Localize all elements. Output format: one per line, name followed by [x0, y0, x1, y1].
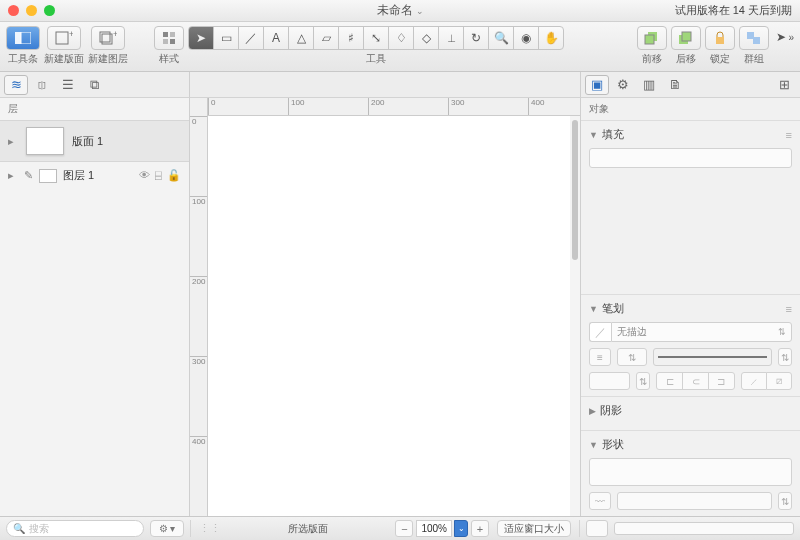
zoom-controls: − 100% ⌄ + [395, 520, 489, 537]
tool-zoom[interactable]: 🔍 [488, 26, 514, 50]
bezier-icon[interactable]: 〰 [589, 492, 611, 510]
stroke-dash-field[interactable] [589, 372, 630, 390]
bring-forward-button[interactable] [637, 26, 667, 50]
object-header: 对象 [581, 98, 800, 120]
pencil-icon[interactable]: ✎ [24, 169, 33, 182]
shape-stepper[interactable]: ⇅ [778, 492, 792, 510]
cap-square[interactable]: ⊐ [708, 372, 735, 390]
triangle-down-icon[interactable]: ▼ [589, 440, 598, 450]
zoom-window[interactable] [44, 5, 55, 16]
line-cap-segment[interactable]: ⊏ ⊂ ⊐ [656, 372, 735, 390]
shape-value[interactable] [617, 492, 772, 510]
line-join-segment[interactable]: ⟋ ⧄ [741, 372, 792, 390]
stroke-combo[interactable]: ／ 无描边⇅ [589, 322, 792, 342]
layer-row[interactable]: ▸ ✎ 图层 1 👁 ⌸ 🔓 [0, 162, 189, 189]
tool-hand[interactable]: ✋ [538, 26, 564, 50]
zoom-in-button[interactable]: + [471, 520, 489, 537]
print-icon[interactable]: ⌸ [155, 169, 162, 182]
stroke-width-stepper[interactable]: ⇅ [617, 348, 647, 366]
right-tabbar: ▣ ⚙ ▥ 🗎 ⊞ [580, 72, 800, 98]
cap-round[interactable]: ⊂ [682, 372, 709, 390]
zoom-dropdown[interactable]: ⌄ [454, 520, 468, 537]
tool-artboard[interactable]: ♯ [338, 26, 364, 50]
triangle-right-icon[interactable]: ▶ [589, 406, 596, 416]
stroke-align-button[interactable]: ≡ [589, 348, 611, 366]
tool-eyedropper[interactable]: ↻ [463, 26, 489, 50]
section-menu-icon[interactable]: ≡ [786, 129, 792, 141]
section-menu-icon[interactable]: ≡ [786, 303, 792, 315]
left-tabbar: ≋ ⎅ ☰ ⧉ [0, 72, 190, 98]
title-text: 未命名 [377, 3, 413, 17]
lock-button[interactable] [705, 26, 735, 50]
tool-select[interactable]: ➤ [188, 26, 214, 50]
shape-field[interactable] [589, 458, 792, 486]
stroke-style-stepper[interactable]: ⇅ [778, 348, 792, 366]
shape-section: ▼形状 〰 ⇅ ⬯ ⬭ ⬬ ⬮ [581, 430, 800, 516]
toggle-sidebar-button[interactable] [6, 26, 40, 50]
tool-shapes[interactable]: ♢ [388, 26, 414, 50]
ruler-vertical[interactable]: 0 100 200 300 400 [190, 98, 208, 516]
disclosure-icon[interactable]: ▸ [8, 135, 18, 148]
tool-stamp[interactable]: ◉ [513, 26, 539, 50]
minimize-window[interactable] [26, 5, 37, 16]
zoom-value[interactable]: 100% [416, 520, 452, 537]
svg-rect-0 [15, 32, 21, 44]
scrollbar-thumb[interactable] [572, 120, 578, 260]
styles-group: 样式 [154, 26, 184, 66]
visibility-icon[interactable]: 👁 [139, 169, 150, 182]
stroke-dash-stepper[interactable]: ⇅ [636, 372, 650, 390]
canvas-tab[interactable]: ▥ [637, 75, 661, 95]
document-title[interactable]: 未命名⌄ [377, 2, 424, 19]
search-input[interactable]: 🔍搜索 [6, 520, 144, 537]
selection-tab[interactable]: ☰ [56, 75, 80, 95]
fit-window-button[interactable]: 适应窗口大小 [497, 520, 571, 537]
join-miter[interactable]: ⟋ [741, 372, 767, 390]
group-button[interactable] [739, 26, 769, 50]
tool-line[interactable]: ／ [238, 26, 264, 50]
layers-tab[interactable]: ≋ [4, 75, 28, 95]
svg-rect-10 [170, 39, 175, 44]
footer-slider[interactable] [614, 522, 794, 535]
unlock-icon[interactable]: 🔓 [167, 169, 181, 182]
guides-tab[interactable]: ⧉ [82, 75, 106, 95]
outline-tab[interactable]: ⎅ [30, 75, 54, 95]
paper[interactable] [208, 116, 580, 516]
ruler-tick: 200 [190, 276, 207, 286]
tool-pen[interactable]: △ [288, 26, 314, 50]
new-layer-button[interactable]: + [91, 26, 125, 50]
scope-label[interactable]: 所选版面 [288, 522, 328, 536]
tool-measure[interactable]: ⟂ [438, 26, 464, 50]
triangle-down-icon[interactable]: ▼ [589, 304, 598, 314]
document-tab[interactable]: 🗎 [663, 75, 687, 95]
zoom-out-button[interactable]: − [395, 520, 413, 537]
disclosure-icon[interactable]: ▸ [8, 169, 18, 182]
close-window[interactable] [8, 5, 19, 16]
tool-text[interactable]: A [263, 26, 289, 50]
vertical-scrollbar[interactable] [570, 116, 580, 516]
new-canvas-button[interactable]: + [47, 26, 81, 50]
canvas-row[interactable]: ▸ 版面 1 [0, 120, 189, 162]
object-tab[interactable]: ▣ [585, 75, 609, 95]
footer-swatch[interactable] [586, 520, 608, 537]
join-bevel[interactable]: ⧄ [766, 372, 792, 390]
tool-point[interactable]: ◇ [413, 26, 439, 50]
gear-menu-button[interactable]: ⚙ ▾ [150, 520, 184, 537]
tool-connector[interactable]: ⤡ [363, 26, 389, 50]
stroke-style-select[interactable] [653, 348, 772, 366]
tool-rect[interactable]: ▭ [213, 26, 239, 50]
grid-view-icon[interactable]: ⊞ [772, 75, 796, 95]
ruler-horizontal[interactable]: 0 100 200 300 400 [208, 98, 580, 116]
properties-tab[interactable]: ⚙ [611, 75, 635, 95]
send-backward-button[interactable] [671, 26, 701, 50]
fill-field[interactable] [589, 148, 792, 168]
toolbar-overflow[interactable]: ➤ » [776, 30, 794, 44]
styles-button[interactable] [154, 26, 184, 50]
tools-group: ➤ ▭ ／ A △ ▱ ♯ ⤡ ♢ ◇ ⟂ ↻ 🔍 ◉ ✋ 工具 [188, 26, 564, 66]
resize-handle-icon[interactable]: ⋮⋮ [199, 522, 221, 535]
cap-butt[interactable]: ⊏ [656, 372, 683, 390]
no-stroke-icon: ／ [589, 322, 611, 342]
backward-group: 后移 [671, 26, 701, 66]
sidebar-toggle-label: 工具条 [8, 52, 38, 66]
tool-crop[interactable]: ▱ [313, 26, 339, 50]
triangle-down-icon[interactable]: ▼ [589, 130, 598, 140]
